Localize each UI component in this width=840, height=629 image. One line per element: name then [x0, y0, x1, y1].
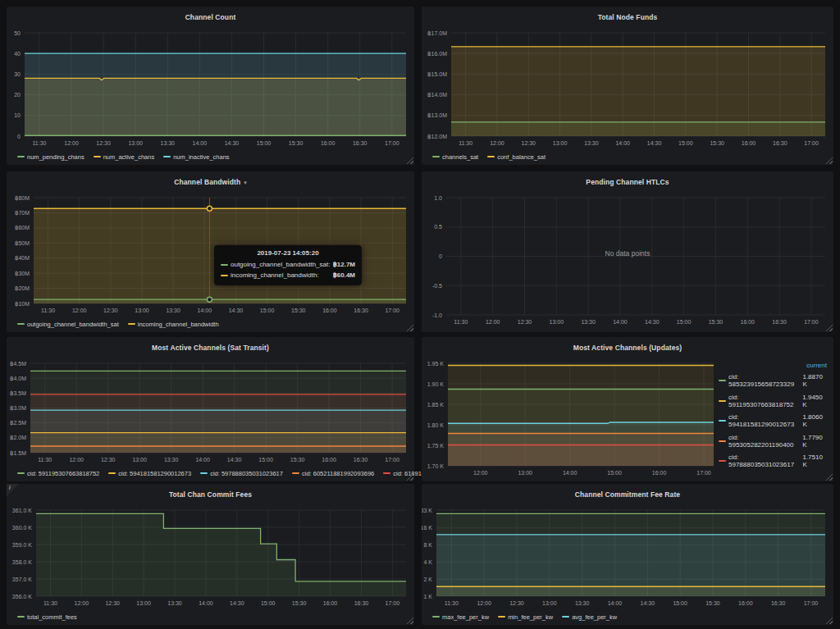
panel-title[interactable]: Most Active Channels (Sat Transit) [152, 344, 269, 352]
y-axis-tick-label: 1 K [423, 594, 432, 599]
legend-item[interactable]: min_fee_per_kw [498, 613, 553, 621]
legend-series-swatch-icon [17, 616, 25, 618]
panel-title[interactable]: Total Node Funds [598, 13, 658, 21]
legend-item[interactable]: max_fee_per_kw [432, 613, 489, 621]
legend-item[interactable]: num_pending_chans [17, 153, 84, 161]
legend-item[interactable]: num_inactive_chans [163, 153, 229, 161]
panel-title[interactable]: Channel Bandwidth [174, 178, 240, 186]
legend-table-row[interactable]: cid: 5941815812900126731.8060 K [719, 413, 827, 428]
legend-table-row[interactable]: cid: 5911953076638187521.9450 K [719, 394, 827, 408]
panel-title[interactable]: Most Active Channels (Updates) [573, 344, 682, 352]
legend-series-swatch-icon [719, 380, 726, 381]
legend-series-swatch-icon [383, 472, 390, 474]
channel-commitment-fee-rate-plot[interactable]: 11:3012:0012:3013:0013:3014:0014:3015:00… [422, 505, 833, 608]
x-axis-tick-label: 17:00 [386, 600, 400, 606]
legend-item[interactable]: outgoing_channel_bandwidth_sat [17, 321, 119, 328]
y-axis-tick-label: 360.0 K [12, 525, 32, 531]
legend-item[interactable]: cid: 597888035031023617 [200, 470, 283, 477]
series-fill [25, 53, 406, 136]
y-axis-tick-label: 1.70 K [427, 463, 445, 469]
legend-table-row[interactable]: cid: 5853239156587233291.8870 K [719, 373, 827, 388]
legend-item[interactable]: total_commit_fees [17, 613, 77, 621]
x-axis-tick-label: 12:00 [69, 457, 84, 463]
panel-menu-caret-icon[interactable]: ▾ [244, 180, 247, 185]
most-active-channels-sat-transit-plot[interactable]: 11:3012:0012:3013:0013:3014:0014:3015:00… [7, 358, 414, 465]
most-active-channels-updates-plot[interactable]: 12:0013:0014:0015:0016:0017:001.70 K1.75… [422, 358, 719, 478]
x-axis-tick-label: 15:00 [677, 319, 692, 325]
total-node-funds-plot[interactable]: 11:3012:0012:3013:0013:3014:0014:3015:00… [422, 28, 833, 148]
x-axis-tick-label: 15:30 [709, 319, 724, 325]
panel-header[interactable]: Most Active Channels (Updates) [422, 337, 833, 358]
y-axis-tick-label: 0.5 [434, 224, 442, 230]
graph-tooltip: 2019-07-23 14:05:20 outgoing_channel_ban… [214, 245, 362, 285]
legend-item[interactable]: num_active_chans [94, 153, 155, 161]
y-axis-tick-label: 1.0 [434, 195, 442, 201]
panel-title[interactable]: Total Chan Commit Fees [169, 490, 252, 499]
x-axis-tick-label: 15:00 [261, 600, 276, 606]
legend-item[interactable]: cid: 594181581290012673 [108, 470, 191, 477]
legend-item[interactable]: channels_sat [432, 153, 478, 161]
tooltip-rows: outgoing_channel_bandwidth_sat:฿12.7Minc… [221, 259, 355, 280]
x-axis-tick-label: 13:00 [136, 600, 151, 606]
panel-header[interactable]: Channel Commitment Fee Rate [422, 484, 833, 505]
legend-item[interactable]: avg_fee_per_kw [562, 613, 617, 621]
panel-header[interactable]: Total Node Funds [422, 7, 833, 28]
panel-header[interactable]: Most Active Channels (Sat Transit) [7, 337, 414, 358]
total-chan-commit-fees-plot[interactable]: 11:3012:0012:3013:0013:3014:0014:3015:00… [7, 505, 414, 608]
panel-header[interactable]: Pending Channel HTLCs [422, 171, 833, 193]
x-axis-tick-label: 12:00 [477, 600, 491, 606]
y-axis-tick-label: 4 K [423, 559, 432, 565]
series-fill [448, 445, 714, 467]
x-axis-tick-label: 16:00 [742, 140, 756, 146]
x-axis-tick-label: 11:30 [41, 308, 55, 313]
x-axis-tick-label: 13:30 [164, 457, 179, 463]
legend-series-label: cid: 597888035031023617 [728, 454, 800, 468]
x-axis-tick-label: 16:30 [773, 140, 788, 146]
legend-table-row[interactable]: cid: 5953052822011904001.7790 K [719, 434, 827, 449]
series-fill [30, 394, 406, 453]
legend-series-swatch-icon [17, 323, 25, 325]
x-axis-tick-label: 15:00 [673, 600, 687, 606]
legend-series-label: channels_sat [442, 153, 478, 161]
channel-count-plot[interactable]: 11:3012:0012:3013:0013:3014:0014:3015:00… [7, 28, 414, 148]
y-axis-tick-label: 30 [14, 71, 21, 77]
legend-series-swatch-icon [719, 440, 726, 442]
legend-series-label: total_commit_fees [27, 613, 77, 621]
panel-title[interactable]: Channel Commitment Fee Rate [575, 490, 680, 499]
legend-item[interactable]: incoming_channel_bandwidth [128, 321, 219, 328]
plot-area: 11:3012:0012:3013:0013:3014:0014:3015:00… [422, 28, 833, 148]
panel-title[interactable]: Channel Count [185, 13, 236, 21]
series-fill [451, 47, 825, 136]
legend-series-label: max_fee_per_kw [442, 613, 489, 621]
x-axis-tick-label: 14:30 [647, 140, 662, 146]
y-axis-tick-label: -1.0 [432, 312, 442, 318]
legend-series-swatch-icon [719, 460, 726, 462]
legend-table-row[interactable]: cid: 5978880350310236171.7510 K [719, 454, 827, 468]
panel-header[interactable]: Total Chan Commit Fees [7, 484, 414, 505]
x-axis-tick-label: 12:30 [101, 457, 116, 463]
legend-item[interactable]: cid: 591195307663818752 [17, 470, 99, 477]
x-axis-tick-label: 12:00 [64, 140, 79, 146]
panel-pending-channel-htlcs: Pending Channel HTLCs 11:3012:0012:3013:… [422, 171, 833, 332]
panel-header[interactable]: Channel Count [7, 7, 414, 28]
legend-current-value: 1.8870 K [802, 373, 827, 388]
x-axis-tick-label: 16:00 [652, 470, 667, 476]
x-axis-tick-label: 14:30 [225, 140, 240, 146]
x-axis-tick-label: 14:30 [641, 600, 655, 606]
panel-header[interactable]: Channel Bandwidth ▾ [7, 171, 414, 193]
x-axis-tick-label: 17:00 [804, 319, 819, 325]
legend-series-label: cid: 594181581290012673 [728, 413, 800, 428]
legend-item[interactable]: conf_balance_sat [487, 153, 546, 161]
y-axis-tick-label: 10 [14, 112, 21, 118]
legend-series-swatch-icon [94, 156, 101, 157]
legend-item[interactable]: cid: 605211881992093696 [292, 470, 374, 477]
pending-channel-htlcs-plot[interactable]: 11:3012:0012:3013:0013:3014:0014:3015:00… [422, 193, 833, 327]
x-axis-tick-label: 14:30 [229, 308, 244, 313]
y-axis-tick-label: ฿20M [15, 285, 30, 291]
panel-title[interactable]: Pending Channel HTLCs [586, 178, 669, 186]
plot-area: 11:3012:0012:3013:0013:3014:0014:3015:00… [422, 505, 833, 608]
x-axis-tick-label: 12:30 [105, 600, 120, 606]
legend-table-current-header[interactable]: current [719, 362, 827, 369]
legend-series-swatch-icon [432, 156, 440, 157]
y-axis-tick-label: ฿1.5M [10, 450, 26, 456]
